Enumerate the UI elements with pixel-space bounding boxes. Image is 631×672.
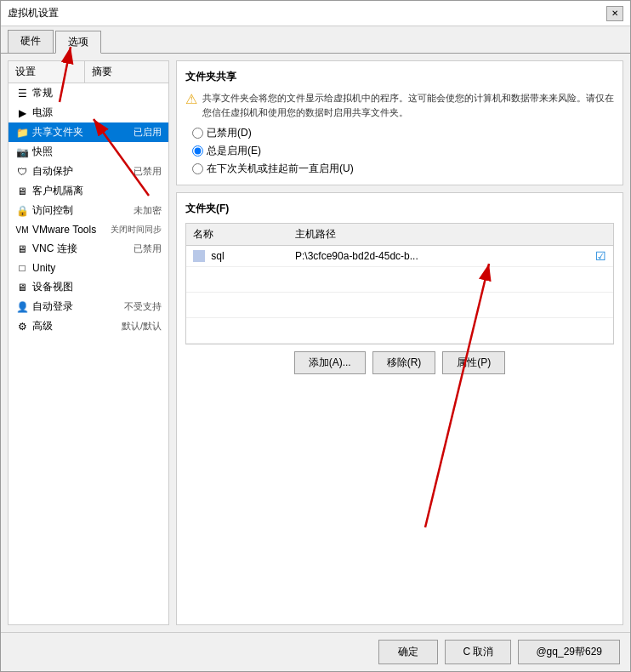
vmware-tools-icon: VM xyxy=(15,223,29,236)
advanced-icon: ⚙ xyxy=(15,320,29,333)
folder-enabled-cell: ☑ xyxy=(588,246,613,267)
main-window: 虚拟机设置 ✕ 硬件 选项 设置 摘要 ☰ 常规 xyxy=(0,0,631,672)
sidebar-label-vnc: VNC 连接 xyxy=(32,242,77,256)
sidebar-label-general: 常规 xyxy=(32,86,53,100)
empty-row-3 xyxy=(186,318,613,344)
sidebar-label-guest-isolation: 客户机隔离 xyxy=(32,184,83,198)
main-content: 设置 摘要 ☰ 常规 ▶ 电源 xyxy=(1,54,630,632)
left-panel-header: 设置 摘要 xyxy=(9,61,168,83)
unity-icon: □ xyxy=(15,261,29,275)
sidebar-item-auto-protect[interactable]: 🛡 自动保护 已禁用 xyxy=(9,162,168,181)
summary-auto-protect: 已禁用 xyxy=(73,165,162,178)
folder-row-icon xyxy=(193,250,205,262)
sidebar-label-device-view: 设备视图 xyxy=(32,280,73,294)
sidebar-item-general[interactable]: ☰ 常规 xyxy=(9,83,168,103)
bottom-bar: 确定 C 取消 @gq_29帮629 xyxy=(1,632,630,671)
sidebar-item-shared-folders[interactable]: 📁 共享文件夹 已启用 xyxy=(9,122,168,142)
remove-folder-button[interactable]: 移除(R) xyxy=(372,351,436,374)
folder-table-section: 文件夹(F) 名称 主机路径 xyxy=(176,192,623,625)
sidebar-item-guest-isolation[interactable]: 🖥 客户机隔离 xyxy=(9,181,168,201)
close-button[interactable]: ✕ xyxy=(606,6,623,21)
radio-always-on-label: 总是启用(E) xyxy=(207,144,261,158)
radio-until-off[interactable]: 在下次关机或挂起前一直启用(U) xyxy=(192,162,614,176)
folder-table-container: 名称 主机路径 sql xyxy=(185,223,614,345)
sidebar-item-vmware-tools[interactable]: VM VMware Tools 关闭时间同步 xyxy=(9,220,168,239)
summary-vmware-tools: 关闭时间同步 xyxy=(96,224,162,236)
folder-name-cell: sql xyxy=(186,246,288,267)
access-control-icon: 🔒 xyxy=(15,204,29,218)
auto-login-icon: 👤 xyxy=(15,300,29,314)
tab-hardware[interactable]: 硬件 xyxy=(8,30,54,53)
sidebar-item-advanced[interactable]: ⚙ 高级 默认/默认 xyxy=(9,316,168,336)
summary-vnc: 已禁用 xyxy=(77,242,162,255)
col-header-path: 主机路径 xyxy=(288,224,588,246)
sidebar-item-unity[interactable]: □ Unity xyxy=(9,259,168,277)
sidebar-item-power[interactable]: ▶ 电源 xyxy=(9,103,168,122)
power-icon: ▶ xyxy=(15,106,29,120)
window-title: 虚拟机设置 xyxy=(8,6,59,20)
radio-always-on-input[interactable] xyxy=(192,145,203,157)
folder-table: 名称 主机路径 sql xyxy=(186,224,613,344)
empty-row-2 xyxy=(186,293,613,318)
table-row[interactable]: sql P:\3cfce90a-bd2d-45dc-b... ☑ xyxy=(186,246,613,267)
summary-access-control: 未加密 xyxy=(73,204,162,217)
warning-icon: ⚠ xyxy=(185,91,197,119)
sidebar-item-snapshot[interactable]: 📷 快照 xyxy=(9,142,168,162)
ok-button[interactable]: 确定 xyxy=(378,640,438,664)
guest-isolation-icon: 🖥 xyxy=(15,185,29,198)
sidebar-item-access-control[interactable]: 🔒 访问控制 未加密 xyxy=(9,201,168,220)
radio-disabled[interactable]: 已禁用(D) xyxy=(192,126,614,140)
left-panel: 设置 摘要 ☰ 常规 ▶ 电源 xyxy=(8,60,169,625)
summary-advanced: 默认/默认 xyxy=(53,320,162,333)
sidebar-label-power: 电源 xyxy=(32,105,53,120)
left-items-list: ☰ 常规 ▶ 电源 📁 共享文件夹 已启用 xyxy=(9,83,168,624)
col-header-check xyxy=(588,224,613,246)
title-bar: 虚拟机设置 ✕ xyxy=(1,1,630,26)
folder-buttons: 添加(A)... 移除(R) 属性(P) xyxy=(185,351,614,374)
sidebar-label-shared-folders: 共享文件夹 xyxy=(32,125,83,140)
cancel-button[interactable]: C 取消 xyxy=(445,640,511,664)
radio-until-off-label: 在下次关机或挂起前一直启用(U) xyxy=(207,162,354,176)
radio-always-on[interactable]: 总是启用(E) xyxy=(192,144,614,158)
file-share-section: 文件夹共享 ⚠ 共享文件夹会将您的文件显示给虚拟机中的程序。这可能会使您的计算机… xyxy=(176,60,623,185)
radio-disabled-label: 已禁用(D) xyxy=(207,126,252,140)
tab-options[interactable]: 选项 xyxy=(55,31,101,54)
sidebar-label-access-control: 访问控制 xyxy=(32,203,73,218)
folder-name: sql xyxy=(211,250,224,262)
snapshot-icon: 📷 xyxy=(15,145,29,159)
sidebar-label-snapshot: 快照 xyxy=(32,145,53,159)
sidebar-label-unity: Unity xyxy=(32,262,55,274)
radio-until-off-input[interactable] xyxy=(192,163,203,174)
col-header-summary: 摘要 xyxy=(85,61,168,83)
add-folder-button[interactable]: 添加(A)... xyxy=(294,351,366,374)
sidebar-item-vnc[interactable]: 🖥 VNC 连接 已禁用 xyxy=(9,239,168,259)
vnc-icon: 🖥 xyxy=(15,242,29,256)
sidebar-label-advanced: 高级 xyxy=(32,319,53,333)
folder-section-title: 文件夹(F) xyxy=(185,202,614,216)
empty-row-1 xyxy=(186,267,613,293)
sidebar-item-device-view[interactable]: 🖥 设备视图 xyxy=(9,277,168,297)
folder-enabled-check[interactable]: ☑ xyxy=(595,249,606,263)
radio-disabled-input[interactable] xyxy=(192,128,203,139)
summary-shared-folders: 已启用 xyxy=(83,126,162,139)
warning-text: 共享文件夹会将您的文件显示给虚拟机中的程序。这可能会使您的计算机和数据带来来风险… xyxy=(202,91,614,119)
shared-folders-icon: 📁 xyxy=(15,126,29,140)
auto-protect-icon: 🛡 xyxy=(15,165,29,179)
properties-folder-button[interactable]: 属性(P) xyxy=(442,351,505,374)
title-bar-controls: ✕ xyxy=(606,6,623,21)
warning-box: ⚠ 共享文件夹会将您的文件显示给虚拟机中的程序。这可能会使您的计算机和数据带来来… xyxy=(185,91,614,119)
sharing-radio-group: 已禁用(D) 总是启用(E) 在下次关机或挂起前一直启用(U) xyxy=(192,126,614,176)
help-button[interactable]: @gq_29帮629 xyxy=(518,640,620,664)
sidebar-item-auto-login[interactable]: 👤 自动登录 不受支持 xyxy=(9,297,168,316)
device-view-icon: 🖥 xyxy=(15,281,29,294)
summary-auto-login: 不受支持 xyxy=(73,300,162,313)
sidebar-label-auto-login: 自动登录 xyxy=(32,299,73,314)
file-share-title: 文件夹共享 xyxy=(185,70,614,84)
general-icon: ☰ xyxy=(15,87,29,100)
col-header-name: 名称 xyxy=(186,224,288,246)
col-header-settings: 设置 xyxy=(9,61,85,83)
folder-path-cell: P:\3cfce90a-bd2d-45dc-b... xyxy=(288,246,588,267)
tab-bar: 硬件 选项 xyxy=(1,26,630,54)
sidebar-label-auto-protect: 自动保护 xyxy=(32,164,73,179)
sidebar-label-vmware-tools: VMware Tools xyxy=(32,224,96,236)
